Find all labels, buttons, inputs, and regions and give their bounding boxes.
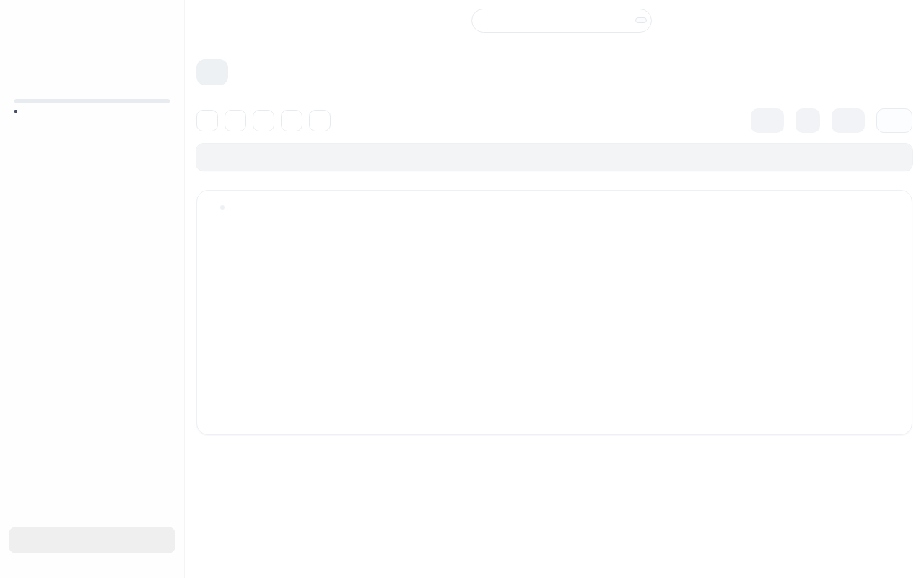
- project-settings-button[interactable]: [898, 12, 912, 29]
- chevron-down-icon: [201, 115, 213, 126]
- sidebar-toggle-button[interactable]: [12, 10, 32, 30]
- gear-icon: [802, 115, 814, 126]
- sidebar-toggle-icon: [14, 13, 29, 27]
- metrics-button[interactable]: [722, 115, 739, 126]
- gear-icon: [206, 66, 218, 78]
- period-select[interactable]: [832, 108, 865, 133]
- accounts-section-header: [14, 62, 170, 72]
- main: [185, 0, 924, 578]
- calendar-off-button[interactable]: [281, 110, 302, 131]
- chevron-down-icon[interactable]: [160, 62, 170, 72]
- monthly-expenses: [14, 92, 170, 113]
- hide-button[interactable]: [309, 110, 331, 131]
- search-input[interactable]: [498, 14, 629, 27]
- eye-off-icon: [314, 115, 326, 126]
- back-arrow-icon: [199, 13, 214, 27]
- expand-all-button[interactable]: [225, 110, 246, 131]
- gear-icon: [898, 12, 912, 26]
- project-header: [196, 0, 912, 40]
- chevron-down-icon: [846, 116, 856, 126]
- calendar-icon: [886, 115, 897, 126]
- chevron-up-icon: [230, 115, 241, 126]
- currency-select[interactable]: [751, 108, 784, 133]
- chart-settings-button[interactable]: [887, 201, 900, 214]
- add-button[interactable]: [9, 527, 175, 553]
- app: [0, 0, 924, 578]
- table-header: [196, 144, 912, 171]
- table-toolbar: [196, 108, 912, 133]
- table-settings-button[interactable]: [796, 108, 820, 133]
- chevron-down-icon: [765, 116, 775, 126]
- back-button[interactable]: [196, 10, 217, 30]
- calendar-off-icon: [286, 115, 297, 126]
- charts-card: [196, 190, 912, 435]
- monthly-progress-bar: [14, 99, 170, 103]
- finance-chart: [197, 214, 912, 420]
- budget-table: [196, 144, 912, 171]
- search-shortcut-badge: [635, 17, 647, 23]
- collapse-all-button[interactable]: [196, 110, 218, 131]
- sidebar: [0, 0, 185, 578]
- sliders-icon: [722, 115, 733, 126]
- chart-tabs: [220, 205, 225, 210]
- tabs-settings-button[interactable]: [199, 62, 225, 82]
- date-range-picker[interactable]: [876, 108, 912, 133]
- search-box[interactable]: [471, 9, 652, 33]
- pie-chart-icon: [258, 115, 269, 126]
- plus-icon: [83, 535, 95, 546]
- search-icon: [481, 14, 492, 26]
- monthly-progress-fill: [14, 99, 170, 103]
- project-tabs: [196, 59, 228, 85]
- gear-icon: [887, 201, 900, 214]
- pie-chart-button[interactable]: [253, 110, 274, 131]
